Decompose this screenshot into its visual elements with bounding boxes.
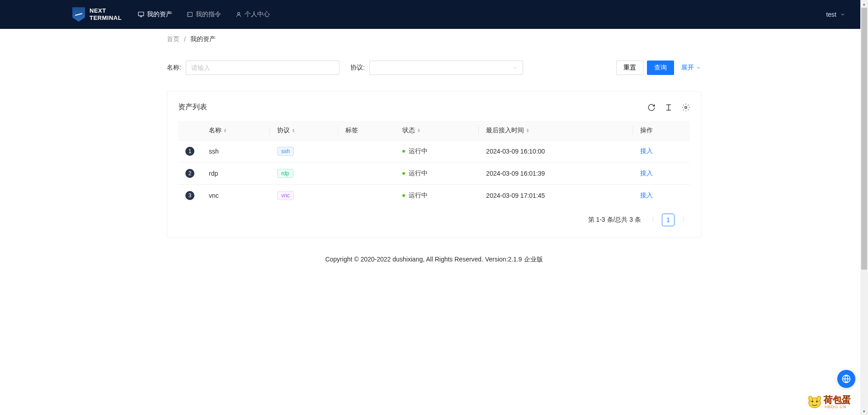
table-row: 1 ssh ssh 运行中 2024-03-09 16:10:00 接入 [178, 140, 690, 163]
col-tags: 标签 [338, 121, 395, 140]
cell-tags [338, 140, 395, 163]
row-index: 3 [185, 191, 194, 200]
cell-name: rdp [202, 163, 270, 185]
pagination-summary: 第 1-3 条/总共 3 条 [588, 216, 641, 224]
expand-toggle[interactable]: 展开 [681, 64, 701, 72]
nav-label: 我的指令 [196, 10, 221, 19]
logo-text: NEXT TERMINAL [90, 7, 122, 21]
col-status[interactable]: 状态▲▼ [395, 121, 479, 140]
svg-point-4 [238, 12, 240, 14]
status-dot-icon [402, 172, 405, 175]
status-cell: 运行中 [402, 191, 472, 200]
cell-time: 2024-03-09 16:01:39 [479, 163, 632, 185]
pagination: 第 1-3 条/总共 3 条 〈 1 〉 [178, 214, 690, 226]
nav-item-assets[interactable]: 我的资产 [132, 0, 178, 29]
reset-button[interactable]: 重置 [616, 61, 643, 75]
logo[interactable]: NEXT TERMINAL [72, 7, 122, 22]
user-menu[interactable]: test [826, 11, 845, 18]
row-index: 1 [185, 147, 194, 156]
username: test [826, 11, 836, 18]
nav-label: 个人中心 [245, 10, 270, 19]
breadcrumb-current: 我的资产 [190, 35, 216, 43]
protocol-tag: rdp [277, 169, 293, 178]
protocol-filter-label: 协议: [350, 64, 365, 72]
refresh-icon[interactable] [647, 103, 656, 112]
scroll-up-icon[interactable]: ▴ [860, 0, 868, 8]
assets-table: 名称▲▼ 协议▲▼ 标签 状态▲▼ 最后接入时间▲▼ 操作 1 ssh ssh … [178, 121, 690, 206]
code-icon [187, 11, 193, 18]
cell-name: vnc [202, 185, 270, 207]
cell-time: 2024-03-09 17:01:45 [479, 185, 632, 207]
nav-item-profile[interactable]: 个人中心 [230, 0, 275, 29]
name-filter-label: 名称: [167, 64, 181, 72]
cell-name: ssh [202, 140, 270, 163]
logo-icon [72, 7, 85, 22]
col-last-access[interactable]: 最后接入时间▲▼ [479, 121, 632, 140]
status-dot-icon [402, 150, 405, 153]
query-button[interactable]: 查询 [647, 61, 674, 75]
name-input[interactable] [186, 61, 340, 75]
chevron-down-icon [840, 12, 845, 17]
col-name[interactable]: 名称▲▼ [202, 121, 270, 140]
nav-label: 我的资产 [147, 10, 172, 19]
nav-menu: 我的资产 我的指令 个人中心 [132, 0, 275, 29]
col-protocol[interactable]: 协议▲▼ [270, 121, 338, 140]
cell-time: 2024-03-09 16:10:00 [479, 140, 632, 163]
svg-rect-0 [138, 12, 144, 16]
expand-label: 展开 [681, 64, 694, 72]
scrollbar[interactable]: ▴ ▾ [860, 0, 868, 273]
page-next[interactable]: 〉 [680, 216, 690, 224]
breadcrumb: 首页 / 我的资产 [167, 29, 701, 50]
table-row: 2 rdp rdp 运行中 2024-03-09 16:01:39 接入 [178, 163, 690, 185]
table-section: 资产列表 名称▲▼ 协议▲▼ 标签 状态▲▼ 最后接入时间▲▼ 操作 [167, 91, 701, 238]
page-prev[interactable]: 〈 [646, 216, 656, 224]
table-row: 3 vnc vnc 运行中 2024-03-09 17:01:45 接入 [178, 185, 690, 207]
page-number[interactable]: 1 [662, 214, 675, 226]
breadcrumb-separator: / [184, 36, 186, 43]
footer: Copyright © 2020-2022 dushixiang, All Ri… [0, 238, 868, 273]
status-dot-icon [402, 194, 405, 197]
user-icon [236, 11, 242, 18]
connect-link[interactable]: 接入 [640, 169, 653, 177]
table-title: 资产列表 [178, 103, 207, 112]
cell-tags [338, 185, 395, 207]
protocol-select[interactable] [369, 61, 523, 75]
app-header: NEXT TERMINAL 我的资产 我的指令 个人中心 test [0, 0, 868, 29]
settings-icon[interactable] [682, 103, 690, 112]
chevron-down-icon [512, 65, 518, 70]
connect-link[interactable]: 接入 [640, 147, 653, 154]
col-action: 操作 [633, 121, 690, 140]
chevron-down-icon [696, 65, 701, 70]
protocol-tag: vnc [277, 191, 294, 200]
protocol-tag: ssh [277, 147, 294, 156]
filter-bar: 名称: 协议: 重置 查询 展开 [167, 50, 701, 82]
desktop-icon [138, 11, 144, 18]
nav-item-commands[interactable]: 我的指令 [181, 0, 226, 29]
scrollbar-thumb[interactable] [861, 8, 867, 270]
column-height-icon[interactable] [665, 103, 673, 112]
connect-link[interactable]: 接入 [640, 191, 653, 199]
status-cell: 运行中 [402, 147, 472, 155]
breadcrumb-home[interactable]: 首页 [167, 35, 179, 43]
row-index: 2 [185, 169, 194, 178]
svg-point-8 [685, 106, 687, 108]
status-cell: 运行中 [402, 169, 472, 177]
cell-tags [338, 163, 395, 185]
